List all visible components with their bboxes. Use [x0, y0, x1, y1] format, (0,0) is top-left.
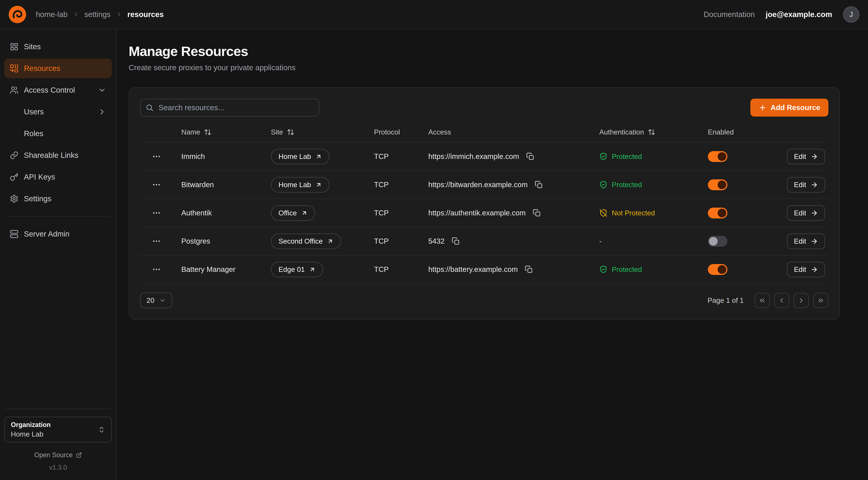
arrow-right-icon — [810, 209, 818, 217]
enabled-toggle[interactable] — [708, 236, 727, 247]
sort-icon — [648, 128, 655, 136]
app-window: home-lab settings resources Documentatio… — [0, 0, 868, 480]
toggle-knob — [718, 209, 726, 217]
pangolin-logo[interactable] — [9, 6, 26, 23]
site-name: Edge 01 — [278, 266, 305, 273]
sidebar-item-label: Access Control — [24, 86, 75, 94]
resource-name: Immich — [173, 152, 262, 161]
edit-button[interactable]: Edit — [787, 234, 825, 249]
sidebar-item-users[interactable]: Users — [4, 102, 112, 122]
sidebar-item-access-control[interactable]: Access Control — [4, 80, 112, 100]
sidebar: Sites Resources Access Control Users Rol… — [0, 29, 117, 480]
auth-status-protected: Protected — [599, 152, 642, 160]
prev-page-button[interactable] — [774, 293, 789, 308]
breadcrumb: home-lab settings resources — [36, 10, 164, 19]
site-link[interactable]: Home Lab — [271, 177, 330, 192]
copy-icon[interactable] — [534, 180, 544, 190]
header-name-label: Name — [181, 128, 200, 136]
user-email[interactable]: joe@example.com — [766, 10, 832, 19]
resource-name: Authentik — [173, 209, 262, 217]
sidebar-item-label: Server Admin — [24, 230, 69, 238]
sidebar-item-server-admin[interactable]: Server Admin — [4, 224, 112, 244]
copy-icon[interactable] — [524, 264, 534, 275]
arrow-right-icon — [810, 181, 818, 189]
enabled-toggle[interactable] — [708, 179, 727, 190]
ellipsis-icon — [152, 152, 161, 161]
access-url: https://battery.example.com — [428, 265, 518, 274]
enabled-toggle[interactable] — [708, 208, 727, 218]
sidebar-item-roles[interactable]: Roles — [4, 124, 112, 143]
search-box — [140, 99, 319, 117]
first-page-button[interactable] — [754, 293, 770, 308]
open-source-link[interactable]: Open Source — [4, 451, 112, 459]
site-name: Office — [278, 209, 297, 217]
header-name[interactable]: Name — [173, 128, 262, 136]
copy-icon[interactable] — [525, 151, 535, 161]
sidebar-item-api-keys[interactable]: API Keys — [4, 167, 112, 187]
edit-button[interactable]: Edit — [787, 177, 825, 192]
copy-icon[interactable] — [451, 236, 461, 246]
chevron-right-icon — [798, 297, 805, 304]
avatar[interactable]: J — [843, 6, 859, 23]
add-resource-button[interactable]: Add Resource — [750, 99, 828, 117]
sidebar-item-label: Settings — [24, 194, 52, 203]
sidebar-item-label: Users — [24, 108, 44, 116]
resource-name: Battery Manager — [173, 265, 262, 274]
edit-label: Edit — [794, 209, 806, 217]
site-name: Home Lab — [278, 181, 311, 189]
organization-selector[interactable]: Organization Home Lab — [4, 417, 112, 443]
resources-table: Name Site Protocol Access Authentication — [140, 122, 828, 284]
edit-button[interactable]: Edit — [787, 262, 825, 277]
site-link[interactable]: Home Lab — [271, 149, 330, 164]
site-link[interactable]: Second Office — [271, 234, 341, 249]
sidebar-item-label: API Keys — [24, 173, 55, 181]
sidebar-item-resources[interactable]: Resources — [4, 59, 112, 78]
organization-name: Home Lab — [11, 430, 51, 438]
sort-icon — [204, 128, 212, 136]
add-resource-label: Add Resource — [771, 103, 820, 112]
topbar-right: Documentation joe@example.com J — [704, 6, 859, 23]
toggle-knob — [718, 265, 726, 274]
search-icon — [146, 103, 154, 112]
edit-label: Edit — [794, 153, 806, 160]
ellipsis-icon — [152, 180, 161, 189]
avatar-initial: J — [849, 10, 853, 19]
row-actions-button[interactable] — [149, 262, 164, 277]
edit-button[interactable]: Edit — [787, 205, 825, 221]
resource-name: Bitwarden — [173, 180, 262, 189]
enabled-toggle[interactable] — [708, 264, 727, 275]
copy-icon[interactable] — [532, 208, 542, 218]
row-actions-button[interactable] — [149, 149, 164, 164]
header-protocol: Protocol — [365, 128, 420, 136]
site-link[interactable]: Office — [271, 205, 315, 221]
resource-protocol: TCP — [365, 209, 420, 217]
page-size-value: 20 — [147, 297, 154, 304]
site-link[interactable]: Edge 01 — [271, 262, 323, 277]
sidebar-item-sites[interactable]: Sites — [4, 37, 112, 57]
edit-button[interactable]: Edit — [787, 149, 825, 164]
header-site[interactable]: Site — [262, 128, 365, 136]
toggle-knob — [718, 180, 726, 189]
app-version: v1.3.0 — [4, 464, 112, 471]
table-row: Battery Manager Edge 01 TCP https://batt… — [140, 256, 828, 284]
sidebar-item-settings[interactable]: Settings — [4, 189, 112, 209]
sidebar-item-shareable-links[interactable]: Shareable Links — [4, 146, 112, 165]
row-actions-button[interactable] — [149, 205, 164, 221]
breadcrumb-org[interactable]: home-lab — [36, 10, 67, 19]
last-page-button[interactable] — [813, 293, 828, 308]
row-actions-button[interactable] — [149, 177, 164, 192]
sidebar-item-label: Sites — [24, 42, 41, 51]
row-actions-button[interactable] — [149, 234, 164, 249]
arrow-right-icon — [810, 266, 818, 273]
documentation-link[interactable]: Documentation — [704, 10, 755, 19]
edit-label: Edit — [794, 181, 806, 189]
chevron-left-icon — [778, 297, 785, 304]
resource-name: Postgres — [173, 237, 262, 245]
page-title: Manage Resources — [129, 43, 840, 59]
page-size-select[interactable]: 20 — [140, 293, 172, 308]
breadcrumb-settings[interactable]: settings — [84, 10, 111, 19]
header-authentication[interactable]: Authentication — [591, 128, 699, 136]
next-page-button[interactable] — [794, 293, 809, 308]
search-input[interactable] — [140, 99, 319, 117]
enabled-toggle[interactable] — [708, 151, 727, 162]
